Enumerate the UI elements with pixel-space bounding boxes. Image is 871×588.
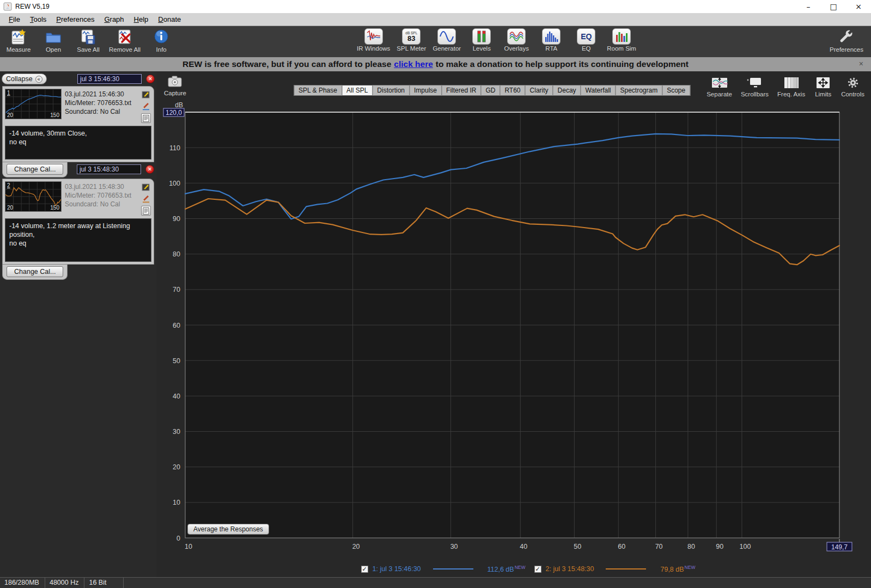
measurement-2-notes[interactable]: -14 volume, 1.2 meter away at Listening … [5, 218, 151, 262]
close-button[interactable]: × [846, 0, 871, 13]
java-app-icon [3, 2, 12, 11]
legend-checkbox-1[interactable]: ✓ [361, 566, 368, 573]
measurement-1-title-input[interactable] [77, 74, 142, 84]
window-title: REW V5,19 [15, 3, 796, 10]
overlays-label: Overlays [504, 45, 529, 52]
measurement-2-footer-tab: Change Cal... [2, 265, 68, 280]
measurement-2-notes-button[interactable] [141, 206, 151, 216]
tab-scope[interactable]: Scope [662, 85, 690, 96]
measurement-2-trace-color-button[interactable] [141, 194, 151, 204]
measurement-1-trace-color-button[interactable] [141, 101, 151, 111]
measure-button[interactable]: Measure [4, 28, 33, 53]
average-responses-button[interactable]: Average the Responses [187, 524, 269, 535]
legend-line-swatch-1 [433, 568, 473, 569]
svg-text:100: 100 [169, 180, 180, 187]
status-bar: 186/280MB 48000 Hz 16 Bit [0, 577, 871, 588]
capture-button[interactable]: Capture [164, 75, 186, 96]
svg-text:10: 10 [173, 499, 180, 506]
menu-item-file[interactable]: File [4, 14, 25, 24]
freq-axis-button[interactable]: Freq. Axis [777, 76, 805, 97]
measurement-1-thumbnail[interactable]: 1 20 150 [5, 89, 62, 119]
tab-clarity[interactable]: Clarity [525, 85, 553, 96]
remove-all-button[interactable]: Remove All [109, 28, 141, 53]
spl-meter-button[interactable]: dB SPL 83 SPL Meter [397, 28, 426, 52]
measurement-1-title-row: Collapse « ✕ [2, 74, 155, 84]
preferences-button[interactable]: Preferences [830, 28, 863, 53]
save-all-button[interactable]: Save All [74, 28, 102, 53]
spl-chart-svg[interactable]: 0102030405060708090100110102030405060708… [156, 106, 871, 562]
info-button[interactable]: Info [147, 28, 175, 53]
legend-label-1[interactable]: 1: jul 3 15:46:30 [373, 565, 421, 573]
donation-banner: REW is free software, but if you can aff… [0, 57, 871, 71]
legend-label-2[interactable]: 2: jul 3 15:48:30 [546, 565, 594, 573]
tab-decay[interactable]: Decay [553, 85, 581, 96]
separate-traces-icon [710, 76, 729, 90]
measurement-1-notes-button[interactable] [141, 113, 151, 123]
collapse-sidebar-button[interactable]: Collapse « [2, 74, 47, 84]
rta-button[interactable]: RTA [537, 28, 565, 52]
legend-checkbox-2[interactable]: ✓ [534, 566, 541, 573]
tab-distortion[interactable]: Distortion [372, 85, 410, 96]
svg-text:70: 70 [173, 286, 180, 293]
tab-rt60[interactable]: RT60 [500, 85, 525, 96]
main-area: Collapse « ✕ 1 20 150 03.jul.2021 15:46:… [0, 71, 871, 577]
donate-link[interactable]: click here [394, 59, 433, 69]
levels-button[interactable]: Levels [467, 28, 496, 52]
menu-item-help[interactable]: Help [130, 14, 153, 24]
eq-button[interactable]: EQ EQ [572, 28, 600, 52]
scrollbars-button[interactable]: Scrollbars [741, 76, 769, 97]
measurement-1-index: 1 [7, 90, 10, 96]
paintbrush-icon [142, 102, 150, 111]
freq-axis-label: Freq. Axis [777, 91, 805, 97]
minimize-button[interactable]: – [796, 0, 821, 13]
svg-text:60: 60 [618, 543, 625, 550]
tab-gd[interactable]: GD [480, 85, 500, 96]
measurement-2-thumbnail[interactable]: 2 20 150 [5, 181, 62, 212]
measurement-1-footer: Change Cal... ✕ [2, 162, 154, 177]
tab-impulse[interactable]: Impulse [409, 85, 442, 96]
measurement-1-notes[interactable]: -14 volume, 30mm Close, no eq [5, 126, 151, 160]
pencil-pad-icon [142, 182, 150, 191]
measurement-1-change-cal-button[interactable]: Change Cal... [7, 164, 63, 175]
overlays-button[interactable]: Overlays [502, 28, 531, 52]
tab-waterfall[interactable]: Waterfall [581, 85, 616, 96]
controls-label: Controls [841, 91, 864, 97]
tab-spl-phase[interactable]: SPL & Phase [294, 85, 342, 96]
legend-line-swatch-2 [606, 568, 646, 569]
controls-button[interactable]: Controls [841, 76, 864, 97]
svg-text:0: 0 [176, 535, 180, 542]
tab-filtered-ir[interactable]: Filtered IR [441, 85, 481, 96]
measurement-2-rename-button[interactable] [141, 182, 151, 192]
title-bar: REW V5,19 – □ × [0, 0, 871, 13]
notes-line: no eq [9, 239, 147, 248]
measurement-1-rename-button[interactable] [141, 89, 151, 99]
open-button[interactable]: Open [39, 28, 68, 53]
menu-item-preferences[interactable]: Preferences [52, 14, 99, 24]
room-sim-button[interactable]: Room Sim [607, 28, 636, 52]
menu-item-donate[interactable]: Donate [154, 14, 185, 24]
chart-legend: ✓ 1: jul 3 15:46:30 112,6 dBNEW ✓ 2: jul… [156, 562, 871, 576]
measurement-2-delete-button[interactable]: ✕ [145, 165, 154, 174]
generator-icon [437, 28, 456, 45]
remove-all-icon [115, 28, 134, 46]
limits-button[interactable]: Limits [814, 76, 832, 97]
menu-item-tools[interactable]: Tools [26, 14, 51, 24]
ir-windows-button[interactable]: IR Windows [357, 28, 390, 52]
separate-button[interactable]: Separate [706, 76, 732, 97]
graph-header: Capture SPL & Phase All SPL Distortion I… [156, 71, 871, 106]
measurement-2-title-input[interactable] [77, 164, 141, 174]
maximize-button[interactable]: □ [821, 0, 846, 13]
svg-text:90: 90 [173, 215, 180, 223]
measurement-2-change-cal-button[interactable]: Change Cal... [7, 266, 63, 277]
tab-spectrogram[interactable]: Spectrogram [615, 85, 662, 96]
measurement-1-delete-button[interactable]: ✕ [146, 75, 155, 83]
spl-meter-label: SPL Meter [397, 45, 426, 52]
menu-item-graph[interactable]: Graph [100, 14, 128, 24]
new-badge: NEW [685, 565, 696, 570]
generator-button[interactable]: Generator [433, 28, 461, 52]
tab-all-spl[interactable]: All SPL [342, 85, 373, 96]
svg-text:80: 80 [687, 543, 695, 550]
info-label: Info [156, 46, 167, 53]
graph-tool-strip: Separate Scrollbars [706, 76, 864, 97]
banner-close-icon[interactable]: × [859, 59, 863, 68]
